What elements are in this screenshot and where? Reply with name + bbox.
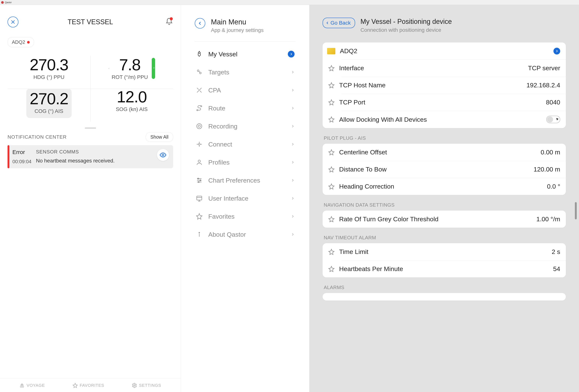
setting-row-tcp-port[interactable]: TCP Port 8040 bbox=[323, 94, 566, 111]
setting-value: 2 s bbox=[552, 248, 560, 255]
allow-docking-toggle[interactable] bbox=[546, 116, 560, 123]
menu-item-cpa[interactable]: CPA bbox=[195, 81, 295, 99]
readout-hdg: 270.3 HDG (°) PPU bbox=[7, 54, 90, 86]
profiles-icon bbox=[196, 159, 203, 166]
menu-item-user-interface[interactable]: User Interface bbox=[195, 189, 295, 207]
notification-card[interactable]: Error 00:09:04 SENSOR COMMS No heartbeat… bbox=[7, 145, 173, 168]
chevron-right-icon bbox=[291, 124, 294, 128]
close-button[interactable] bbox=[7, 16, 18, 27]
readout-value: 7.8 bbox=[119, 56, 141, 73]
svg-point-7 bbox=[198, 125, 200, 127]
section-label-nav-data: NAVIGATION DATA SETTINGS bbox=[323, 196, 566, 211]
scrollbar-thumb[interactable] bbox=[575, 202, 577, 219]
setting-value: 0.0 ° bbox=[547, 183, 560, 190]
chevron-right-icon bbox=[291, 215, 294, 218]
star-icon bbox=[328, 183, 335, 190]
setting-row-dist-bow[interactable]: Distance To Bow 120.00 m bbox=[323, 161, 566, 178]
menu-item-profiles[interactable]: Profiles bbox=[195, 153, 295, 171]
menu-item-favorites[interactable]: Favorites bbox=[195, 207, 295, 225]
menu-item-label: Chart Preferences bbox=[208, 177, 286, 184]
rot-bar-indicator[interactable]: › bbox=[152, 58, 155, 79]
chevron-left-icon[interactable]: ‹ bbox=[108, 67, 109, 70]
device-status-pill[interactable]: ADQ2 bbox=[7, 37, 34, 47]
readouts-grid: 270.3 HDG (°) PPU ‹ 7.8 ROT (°/m) PPU › bbox=[7, 54, 173, 124]
setting-row-allow-docking[interactable]: Allow Docking With All Devices bbox=[323, 111, 566, 128]
tab-label: SETTINGS bbox=[139, 383, 161, 388]
notifications-button[interactable] bbox=[165, 18, 173, 26]
eye-icon bbox=[159, 151, 167, 159]
show-all-button[interactable]: Show All bbox=[146, 132, 173, 142]
menu-item-targets[interactable]: Targets bbox=[195, 63, 295, 81]
section-label-alarms: ALARMS bbox=[323, 279, 566, 293]
connect-icon bbox=[196, 141, 203, 148]
settings-group-device: ADQ2 Interface TCP server TCP Host Name … bbox=[323, 43, 566, 128]
chevron-right-icon: › bbox=[153, 66, 154, 69]
settings-header: Go Back My Vessel - Positioning device C… bbox=[323, 18, 566, 33]
chevron-left-icon bbox=[326, 21, 329, 25]
menu-item-my-vessel[interactable]: My Vessel bbox=[195, 45, 295, 63]
notification-center-title: NOTIFICATION CENTER bbox=[7, 134, 67, 140]
tab-voyage[interactable]: VOYAGE bbox=[19, 383, 45, 388]
readout-value: 12.0 bbox=[92, 89, 171, 105]
toggle-knob bbox=[547, 116, 553, 122]
cursor-icon bbox=[556, 117, 560, 121]
setting-row-time-limit[interactable]: Time Limit 2 s bbox=[323, 243, 566, 260]
main-menu-header: Main Menu App & journey settings bbox=[195, 18, 295, 42]
go-back-button[interactable]: Go Back bbox=[323, 18, 355, 28]
tab-favorites[interactable]: FAVORITES bbox=[72, 383, 104, 388]
main-menu-subtitle: App & journey settings bbox=[211, 27, 264, 33]
app-screen: TEST VESSEL ADQ2 270.3 HDG (°) PPU ‹ bbox=[0, 5, 579, 392]
settings-group-alarms bbox=[323, 293, 566, 300]
readout-value: 270.3 bbox=[9, 56, 88, 73]
tab-settings[interactable]: SETTINGS bbox=[132, 383, 161, 388]
svg-point-6 bbox=[197, 124, 202, 129]
panel-main-menu: Main Menu App & journey settings My Vess… bbox=[181, 5, 309, 392]
svg-point-14 bbox=[199, 232, 200, 233]
setting-label: Distance To Bow bbox=[339, 166, 529, 173]
back-button[interactable] bbox=[195, 18, 205, 29]
menu-item-chart-preferences[interactable]: Chart Preferences bbox=[195, 171, 295, 189]
chevron-right-icon bbox=[291, 232, 294, 236]
device-icon bbox=[327, 48, 335, 54]
ui-icon bbox=[196, 195, 203, 202]
go-back-label: Go Back bbox=[330, 20, 351, 26]
star-icon bbox=[196, 213, 203, 220]
menu-item-recording[interactable]: Recording bbox=[195, 117, 295, 135]
menu-item-about[interactable]: About Qastor bbox=[195, 225, 295, 243]
app-icon bbox=[1, 1, 4, 4]
drag-handle[interactable] bbox=[85, 127, 96, 129]
menu-item-route[interactable]: Route bbox=[195, 99, 295, 117]
setting-label: Rate Of Turn Grey Color Threshold bbox=[339, 216, 532, 223]
star-icon bbox=[328, 82, 335, 88]
readout-label: ROT (°/m) PPU bbox=[112, 74, 148, 80]
setting-row-heartbeats[interactable]: Heartbeats Per Minute 54 bbox=[323, 260, 566, 278]
setting-row-tcp-host[interactable]: TCP Host Name 192.168.2.4 bbox=[323, 77, 566, 94]
setting-row-rot-grey[interactable]: Rate Of Turn Grey Color Threshold 1.00 °… bbox=[323, 211, 566, 228]
setting-row-device[interactable]: ADQ2 bbox=[323, 43, 566, 59]
setting-label: TCP Host Name bbox=[339, 82, 522, 89]
main-menu-list: My Vessel Targets CPA Route Recordin bbox=[195, 45, 295, 243]
cpa-icon bbox=[196, 87, 203, 94]
star-icon bbox=[328, 149, 335, 156]
view-notification-button[interactable] bbox=[157, 149, 169, 161]
star-icon bbox=[328, 166, 335, 173]
svg-point-2 bbox=[197, 70, 199, 72]
setting-label: TCP Port bbox=[339, 99, 541, 106]
setting-row-hdg-correction[interactable]: Heading Correction 0.0 ° bbox=[323, 178, 566, 195]
notification-dot-icon bbox=[170, 17, 173, 20]
info-icon bbox=[196, 231, 203, 238]
menu-item-label: Route bbox=[208, 105, 286, 112]
setting-label: Heading Correction bbox=[339, 183, 543, 190]
tab-label: FAVORITES bbox=[80, 383, 104, 388]
setting-row-centerline[interactable]: Centerline Offset 0.00 m bbox=[323, 144, 566, 161]
setting-row-interface[interactable]: Interface TCP server bbox=[323, 59, 566, 77]
setting-value: 8040 bbox=[546, 99, 560, 106]
menu-item-label: About Qastor bbox=[208, 231, 286, 238]
menu-item-connect[interactable]: Connect bbox=[195, 135, 295, 153]
chevron-right-icon bbox=[553, 48, 560, 55]
menu-item-label: CPA bbox=[208, 87, 286, 94]
svg-point-5 bbox=[201, 106, 202, 107]
setting-value: 120.00 m bbox=[533, 166, 560, 173]
setting-value: TCP server bbox=[528, 64, 560, 72]
star-icon bbox=[328, 116, 335, 123]
